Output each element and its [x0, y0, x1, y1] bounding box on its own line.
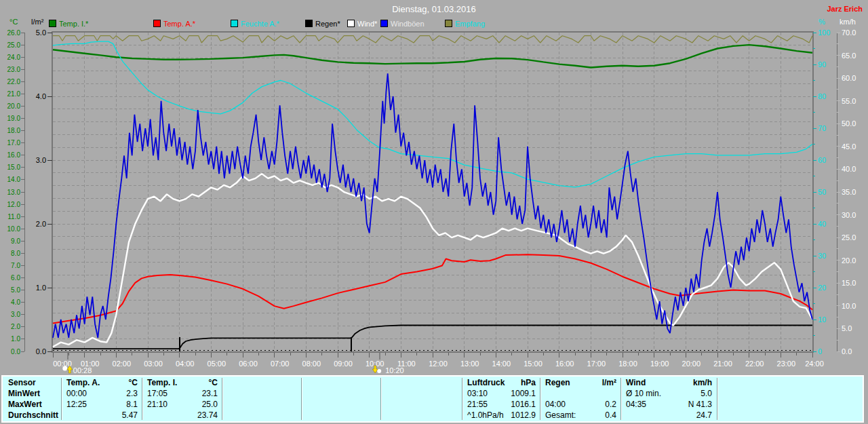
axis-label-celsius: 25.0 — [7, 41, 21, 49]
axis-label-kmh: 65.0 — [842, 52, 856, 60]
axis-label-celsius: 17.0 — [7, 139, 21, 147]
legend-swatch-icon — [49, 20, 56, 27]
table-max-time: 04:35 — [626, 400, 673, 410]
axis-label-kmh: 10.0 — [842, 302, 856, 310]
axis-label-kmh: 40.0 — [842, 165, 856, 173]
legend-label: Regen* — [315, 20, 340, 28]
x-axis-label: 09:00 — [334, 360, 353, 368]
unit-label-lm2: l/m² — [31, 18, 43, 26]
axis-label-kmh: 70.0 — [842, 28, 856, 37]
axis-label-percent: 90 — [818, 60, 826, 69]
axis-label-percent: 30 — [818, 252, 826, 260]
table-col-unit: l/m² — [584, 378, 616, 388]
legend-swatch-icon — [347, 20, 355, 27]
x-axis-label: 17:00 — [587, 360, 606, 368]
table-avg-value: 1012.9 — [495, 410, 536, 421]
x-axis-label: 00:00 — [53, 360, 72, 368]
unit-label-celsius: °C — [9, 18, 18, 26]
table-min-value: 1009.1 — [495, 389, 536, 399]
table-min-value: 5.0 — [671, 389, 712, 399]
moon-icon — [377, 369, 381, 373]
legend-item-empfang[interactable]: Empfang — [445, 20, 485, 28]
table-divider — [222, 378, 223, 420]
legend-label: Temp. I.* — [59, 20, 88, 28]
axis-label-kmh: 35.0 — [842, 188, 856, 196]
table-col-name: Luftdruck — [467, 378, 508, 388]
x-axis-label: 06:00 — [239, 360, 258, 368]
axis-label-celsius: 12.0 — [7, 201, 21, 208]
axis-label-celsius: 18.0 — [7, 127, 21, 134]
axis-label-lm2: 4.0 — [36, 92, 46, 100]
table-max-value: N 41.3 — [671, 400, 712, 410]
x-axis-label: 23:00 — [777, 360, 796, 368]
x-axis-label: 02:00 — [113, 360, 132, 368]
axis-label-celsius: 10.0 — [7, 225, 21, 233]
table-divider — [540, 378, 541, 420]
axis-label-celsius: 0.0 — [11, 348, 20, 355]
axis-label-percent: 60 — [818, 156, 826, 164]
table-col-unit: °C — [185, 378, 218, 388]
axis-label-kmh: 50.0 — [842, 119, 856, 128]
weather-chart: 26.025.024.023.022.021.020.019.018.017.0… — [0, 0, 868, 377]
legend-swatch-icon — [305, 20, 313, 27]
axis-label-celsius: 15.0 — [7, 163, 21, 171]
axis-label-kmh: 0.0 — [842, 347, 852, 355]
table-max-value: 25.0 — [177, 400, 218, 410]
axis-label-kmh: 15.0 — [842, 279, 856, 287]
table-avg-value: 0.4 — [576, 410, 616, 421]
table-divider — [462, 378, 463, 420]
legend-item-wind[interactable]: Wind* — [347, 20, 377, 28]
legend-item-windben[interactable]: Windböen — [380, 20, 425, 28]
table-col-unit: km/h — [679, 378, 712, 388]
marker-time-label: 00:28 — [73, 366, 92, 374]
axis-label-percent: 80 — [818, 92, 826, 100]
axis-label-lm2: 2.0 — [36, 220, 46, 228]
table-avg-value: 24.7 — [671, 410, 712, 421]
x-axis-label: 04:00 — [176, 360, 195, 368]
x-axis-label: 22:00 — [745, 360, 764, 368]
legend-swatch-icon — [231, 20, 238, 27]
x-axis-label: 15:00 — [524, 360, 542, 368]
table-row-header: Sensor — [8, 378, 60, 388]
axis-label-lm2: 1.0 — [36, 284, 46, 292]
table-avg-value: 5.47 — [97, 410, 138, 421]
legend-item-tempi[interactable]: Temp. I.* — [49, 20, 88, 28]
x-axis-label: 16:00 — [555, 360, 574, 368]
x-axis-label: 19:00 — [650, 360, 669, 368]
legend-label: Windböen — [391, 20, 425, 28]
x-axis-label: 12:00 — [429, 360, 448, 368]
axis-label-celsius: 23.0 — [7, 66, 21, 73]
legend-item-regen[interactable]: Regen* — [305, 20, 340, 28]
x-axis-label: 14:00 — [492, 360, 511, 368]
axis-label-celsius: 9.0 — [11, 237, 20, 245]
axis-label-percent: 70 — [818, 124, 826, 132]
axis-label-percent: 0 — [818, 347, 822, 355]
table-min-value: 2.3 — [97, 389, 138, 399]
axis-label-kmh: 60.0 — [842, 74, 856, 82]
summary-table: SensorMinWertMaxWertDurchschnittTemp. A.… — [1, 375, 864, 423]
legend-swatch-icon — [445, 20, 452, 27]
x-axis-label: 13:00 — [460, 360, 479, 368]
station-owner-watermark: Jarz Erich — [827, 5, 863, 13]
table-col-name: Temp. I. — [147, 378, 188, 388]
axis-label-celsius: 19.0 — [7, 115, 21, 122]
table-divider — [61, 378, 62, 420]
legend-label: Empfang — [455, 20, 485, 28]
axis-label-celsius: 26.0 — [7, 29, 21, 37]
axis-label-celsius: 11.0 — [7, 213, 20, 220]
axis-label-celsius: 1.0 — [11, 335, 20, 343]
legend-item-feuchtea[interactable]: Feuchte A.* — [231, 20, 279, 28]
table-max-value: 0.2 — [576, 400, 616, 410]
legend-item-tempa[interactable]: Temp. A.* — [153, 20, 195, 28]
legend-label: Wind* — [357, 20, 377, 28]
table-col-unit: °C — [105, 378, 138, 388]
table-col-name: Regen — [545, 378, 586, 388]
table-divider — [380, 378, 382, 420]
legend-label: Temp. A.* — [163, 20, 195, 28]
axis-label-lm2: 3.0 — [36, 156, 46, 164]
axis-label-celsius: 4.0 — [11, 298, 20, 306]
axis-label-celsius: 8.0 — [11, 250, 20, 257]
axis-label-celsius: 6.0 — [11, 274, 20, 282]
table-divider — [301, 378, 302, 420]
x-axis-label: 05:00 — [208, 360, 226, 368]
